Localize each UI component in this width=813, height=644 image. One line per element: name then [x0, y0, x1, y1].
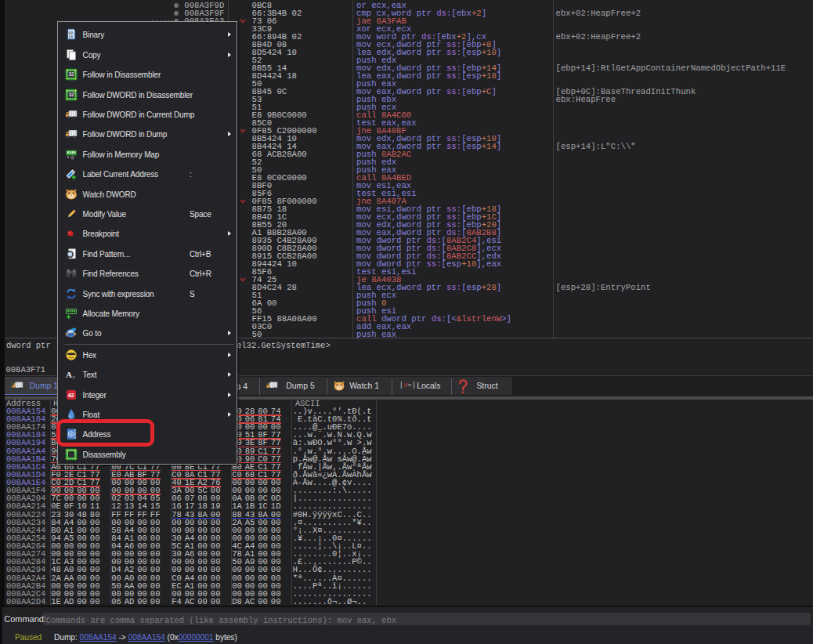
- svg-text:42: 42: [68, 392, 74, 399]
- svg-text:10: 10: [69, 35, 74, 39]
- svg-text:A: A: [66, 370, 72, 379]
- svg-text:32: 32: [69, 72, 74, 78]
- svg-text:32: 32: [69, 92, 74, 97]
- svg-text:z: z: [73, 374, 75, 380]
